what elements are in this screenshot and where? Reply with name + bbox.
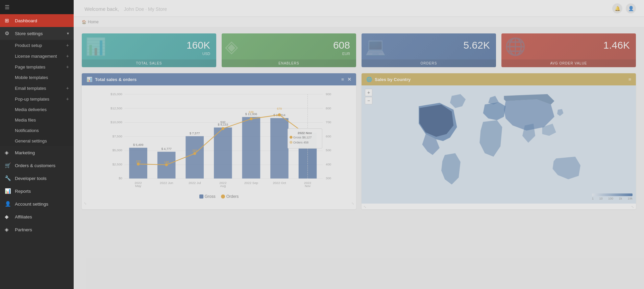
profile-button[interactable]: 👤	[626, 3, 636, 14]
breadcrumb-label: Home	[88, 20, 99, 24]
sidebar-item-label: Partners	[15, 227, 69, 232]
stat-sub: USD	[88, 52, 210, 56]
sidebar-item-label: Affiliates	[15, 214, 69, 219]
chevron-down-icon: ▾	[67, 31, 69, 36]
sidebar-item-reports[interactable]: 📊 Reports	[0, 185, 74, 198]
svg-text:2022 Sep: 2022 Sep	[244, 181, 258, 185]
account-icon: 👤	[5, 201, 11, 207]
partners-icon: ◈	[5, 227, 11, 233]
legend-label-1k: 1k	[619, 197, 622, 200]
gross-legend-dot	[199, 194, 203, 199]
sidebar-header: ☰	[0, 0, 74, 14]
submenu-item-page-templates[interactable]: Page templates +	[0, 61, 74, 72]
chart-header-left: 📊 Total sales & orders	[86, 77, 137, 82]
home-icon: 🏠	[82, 20, 86, 24]
submenu-item-product-setup[interactable]: Product setup +	[0, 40, 74, 51]
legend-label-10: 10	[599, 197, 602, 200]
svg-text:148: 148	[164, 160, 169, 164]
submenu-label: Pop-up templates	[15, 97, 66, 102]
chart-menu-icon[interactable]: ≡	[341, 77, 344, 82]
submenu-item-popup-templates[interactable]: Pop-up templates +	[0, 94, 74, 104]
legend-orders: Orders	[221, 194, 239, 199]
zoom-in-button[interactable]: +	[365, 89, 372, 96]
svg-text:400: 400	[326, 162, 331, 166]
submenu-item-email-templates[interactable]: Email templates +	[0, 83, 74, 94]
resize-tl-icon: ⤡	[364, 205, 366, 209]
svg-point-62	[290, 141, 293, 144]
svg-text:Nov: Nov	[305, 184, 311, 188]
submenu-item-notifications[interactable]: Notifications	[0, 125, 74, 136]
orders-icon: 🛒	[5, 162, 11, 168]
chart-resize-handle: ⤡ ⤡	[82, 200, 356, 206]
svg-text:$12,500: $12,500	[110, 106, 122, 110]
sidebar-item-account-settings[interactable]: 👤 Account settings	[0, 198, 74, 210]
stat-card-orders[interactable]: 💻 5.62K ORDERS	[362, 33, 496, 67]
svg-text:2022 Nov: 2022 Nov	[298, 131, 312, 135]
svg-text:2022 Jun: 2022 Jun	[160, 181, 173, 185]
svg-text:$15,000: $15,000	[110, 92, 122, 96]
svg-text:$10,000: $10,000	[110, 120, 122, 124]
chart-legend: Gross Orders	[86, 194, 352, 199]
svg-text:$7,500: $7,500	[112, 134, 122, 138]
svg-text:2022 Jul: 2022 Jul	[189, 181, 201, 185]
reports-icon: 📊	[5, 188, 11, 194]
svg-text:$0: $0	[119, 176, 122, 180]
svg-text:500: 500	[326, 148, 331, 152]
stat-label: ORDERS	[362, 59, 496, 67]
svg-text:2022 Oct: 2022 Oct	[273, 181, 286, 185]
welcome-text: Welcome back,	[84, 6, 119, 12]
country-chart-card: 🌐 Sales by Country ≡	[362, 73, 636, 209]
add-icon[interactable]: +	[66, 96, 69, 102]
submenu-item-media-files[interactable]: Media files	[0, 115, 74, 125]
svg-text:$ 5,499: $ 5,499	[133, 143, 143, 147]
globe-icon: 🌐	[366, 77, 372, 82]
sidebar-item-dashboard[interactable]: ⊞ Dashboard	[0, 14, 74, 27]
svg-text:700: 700	[326, 120, 331, 124]
topbar: Welcome back, John Doe · My Store 🔔 👤	[74, 0, 644, 17]
add-icon[interactable]: +	[66, 64, 69, 70]
hamburger-icon[interactable]: ☰	[5, 4, 9, 10]
add-icon[interactable]: +	[66, 43, 69, 48]
sales-chart-header: 📊 Total sales & orders ≡ ✕	[82, 73, 356, 85]
topbar-title-area: Welcome back, John Doe · My Store	[82, 4, 167, 13]
sidebar-item-partners[interactable]: ◈ Partners	[0, 223, 74, 236]
add-icon[interactable]: +	[66, 85, 69, 91]
submenu-label: Page templates	[15, 64, 66, 70]
sidebar-item-label: Marketing	[15, 150, 69, 155]
stat-value: 608	[228, 40, 350, 51]
stat-card-enablers[interactable]: ◈ 608 EUR ENABLERS	[222, 33, 356, 67]
zoom-out-button[interactable]: −	[365, 97, 372, 104]
sidebar-item-marketing[interactable]: ◈ Marketing	[0, 146, 74, 159]
sales-chart-body: $15,000 $12,500 $10,000 $7,500 $5,000 $2…	[82, 85, 356, 200]
stat-card-avg-order-value[interactable]: 🌐 1.46K AVG ORDER VALUE	[501, 33, 636, 67]
submenu-item-media-deliveries[interactable]: Media deliveries	[0, 104, 74, 115]
submenu-item-license-management[interactable]: License management +	[0, 51, 74, 61]
add-icon[interactable]: +	[66, 53, 69, 59]
sidebar-item-developer-tools[interactable]: 🔧 Developer tools	[0, 172, 74, 185]
svg-point-60	[290, 136, 293, 139]
country-chart-header: 🌐 Sales by Country ≡	[362, 73, 636, 85]
svg-text:532: 532	[220, 121, 225, 124]
notifications-button[interactable]: 🔔	[612, 3, 622, 14]
stat-label: AVG ORDER VALUE	[501, 59, 636, 67]
svg-text:$5,000: $5,000	[112, 148, 122, 152]
orders-legend-dot	[221, 194, 225, 199]
stat-sub: EUR	[228, 52, 350, 56]
sidebar-item-affiliates[interactable]: ◆ Affiliates	[0, 210, 74, 223]
chart-menu-icon[interactable]: ≡	[628, 77, 631, 82]
submenu-item-general-settings[interactable]: General settings	[0, 136, 74, 146]
gross-legend-label: Gross	[205, 194, 216, 199]
sidebar-item-label: Developer tools	[15, 176, 69, 181]
chart-close-button[interactable]: ✕	[347, 77, 351, 82]
chart-header-left: 🌐 Sales by Country	[366, 77, 411, 82]
map-legend-labels: 1 10 100 1k 19k	[592, 197, 633, 200]
stat-value: 160K	[88, 40, 210, 51]
sidebar-item-store-settings[interactable]: ⚙ Store settings ▾	[0, 27, 74, 40]
sidebar: ☰ ⊞ Dashboard ⚙ Store settings ▾ Product…	[0, 0, 74, 289]
submenu-label: Media deliveries	[15, 107, 69, 112]
submenu-item-mobile-templates[interactable]: Mobile templates	[0, 72, 74, 83]
sidebar-item-orders-customers[interactable]: 🛒 Orders & customers	[0, 159, 74, 172]
store-settings-submenu: Product setup + License management + Pag…	[0, 40, 74, 146]
stat-card-total-sales[interactable]: 📊 160K USD TOTAL SALES	[82, 33, 216, 67]
content-area: 📊 160K USD TOTAL SALES ◈ 608 EUR ENABLER…	[74, 27, 644, 289]
